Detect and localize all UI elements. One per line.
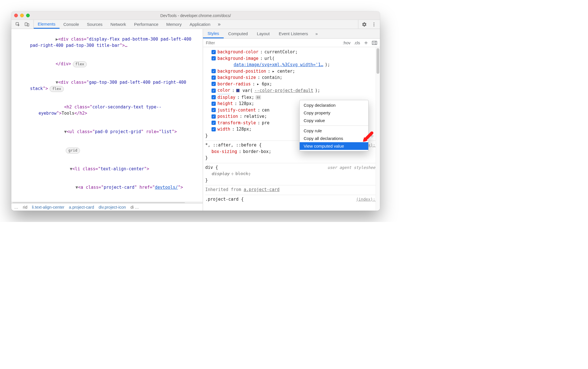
style-declaration[interactable]: background-image: url( bbox=[205, 55, 378, 62]
style-declaration[interactable]: background-position: ▸ center; bbox=[205, 68, 378, 75]
tab-performance[interactable]: Performance bbox=[130, 20, 162, 29]
subtab-computed[interactable]: Computed bbox=[224, 29, 252, 38]
style-declaration[interactable]: border-radius: ▸ 6px; bbox=[205, 81, 378, 87]
dom-row[interactable]: ▶<div class="display-flex pad-bottom-300… bbox=[13, 30, 201, 55]
tab-sources[interactable]: Sources bbox=[83, 20, 107, 29]
elements-pane: ▶<div class="display-flex pad-bottom-300… bbox=[11, 29, 203, 211]
menu-copy-rule[interactable]: Copy rule bbox=[300, 127, 368, 135]
decl-checkbox[interactable] bbox=[211, 50, 216, 54]
styles-scroll[interactable]: background-color: currentColor; backgrou… bbox=[203, 47, 380, 211]
dom-row[interactable]: <h2 class="color-secondary-text type--ey… bbox=[13, 98, 201, 123]
svg-rect-6 bbox=[372, 41, 377, 45]
close-window-button[interactable] bbox=[14, 14, 18, 17]
tab-network[interactable]: Network bbox=[107, 20, 130, 29]
style-declaration-overridden[interactable]: display: block; bbox=[205, 171, 378, 177]
decl-checkbox[interactable] bbox=[211, 102, 216, 106]
tab-application[interactable]: Application bbox=[186, 20, 214, 29]
breadcrumb-item[interactable]: rid bbox=[23, 205, 28, 209]
cls-toggle[interactable]: .cls bbox=[354, 41, 360, 45]
styles-filter-input[interactable] bbox=[203, 41, 340, 45]
decl-checkbox[interactable] bbox=[211, 82, 216, 86]
menu-copy-all-declarations[interactable]: Copy all declarations bbox=[300, 135, 368, 142]
flex-badge[interactable]: flex bbox=[73, 61, 87, 67]
breadcrumb-item[interactable]: li.text-align-center bbox=[32, 205, 64, 209]
rule-origin[interactable]: (index):1 bbox=[356, 196, 378, 202]
tab-elements[interactable]: Elements bbox=[34, 20, 60, 29]
tab-memory[interactable]: Memory bbox=[162, 20, 186, 29]
decl-checkbox[interactable] bbox=[211, 69, 216, 73]
minimize-window-button[interactable] bbox=[20, 14, 24, 17]
toolbar-left bbox=[11, 20, 34, 29]
dom-row[interactable]: ▼<a class="project-card" href="devtools/… bbox=[13, 178, 201, 197]
inherited-separator: Inherited from a.project-card bbox=[205, 185, 378, 193]
breadcrumb-item[interactable]: div.project-icon bbox=[99, 205, 126, 209]
rule-selector[interactable]: *, ::after, ::before { bbox=[205, 142, 262, 148]
dom-row[interactable]: ▼<div class="project-icon">flex bbox=[13, 197, 201, 202]
decl-checkbox[interactable] bbox=[211, 127, 216, 131]
style-declaration[interactable]: background-color: currentColor; bbox=[205, 49, 378, 55]
menu-copy-value[interactable]: Copy value bbox=[300, 117, 368, 124]
inherited-from-link[interactable]: a.project-card bbox=[244, 187, 279, 192]
workspace: ▶<div class="display-flex pad-bottom-300… bbox=[11, 29, 380, 211]
style-declaration-url[interactable]: data:image/svg+xml,%3Csvg width='1… ); bbox=[205, 62, 378, 68]
tabs-overflow[interactable]: » bbox=[214, 20, 224, 29]
dom-tree[interactable]: ▶<div class="display-flex pad-bottom-300… bbox=[11, 29, 203, 202]
add-declaration-icon[interactable]: + bbox=[369, 133, 375, 139]
breadcrumb-item[interactable]: di … bbox=[130, 205, 139, 209]
horizontal-scrollbar[interactable] bbox=[11, 202, 203, 204]
color-swatch[interactable] bbox=[236, 89, 240, 92]
toggle-device-icon[interactable] bbox=[24, 22, 29, 27]
decl-checkbox[interactable] bbox=[211, 89, 216, 93]
breadcrumb-item[interactable]: a.project-card bbox=[69, 205, 94, 209]
rule-brace: } bbox=[205, 177, 378, 184]
decl-checkbox[interactable] bbox=[211, 121, 216, 125]
window-titlebar: DevTools - developer.chrome.com/docs/ bbox=[11, 11, 380, 20]
dom-row[interactable]: ▼<div class="gap-top-300 pad-left-400 pa… bbox=[13, 73, 201, 98]
zoom-window-button[interactable] bbox=[26, 14, 30, 17]
subtabs-overflow[interactable]: » bbox=[313, 29, 321, 38]
rule-brace: } bbox=[205, 155, 378, 161]
style-declaration[interactable]: color: var(--color-project-default); bbox=[205, 87, 378, 94]
styles-pane: Styles Computed Layout Event Listeners »… bbox=[203, 29, 380, 211]
styles-filter-tools: :hov .cls bbox=[340, 40, 380, 45]
select-element-icon[interactable] bbox=[15, 22, 20, 27]
more-icon[interactable] bbox=[371, 22, 377, 27]
rule-selector[interactable]: .project-card { bbox=[205, 196, 244, 203]
style-declaration[interactable]: background-size: contain; bbox=[205, 74, 378, 81]
decl-checkbox[interactable] bbox=[211, 114, 216, 119]
decl-checkbox[interactable] bbox=[211, 95, 216, 99]
dom-row[interactable]: ▼<li class="text-align-center"> bbox=[13, 160, 201, 178]
menu-copy-declaration[interactable]: Copy declaration bbox=[300, 101, 368, 109]
dom-row[interactable]: </div>flex bbox=[13, 55, 201, 73]
menu-divider bbox=[300, 125, 368, 126]
decl-checkbox[interactable] bbox=[211, 76, 216, 80]
style-declaration[interactable]: display: flex; bbox=[205, 94, 378, 101]
hov-toggle[interactable]: :hov bbox=[343, 41, 350, 45]
settings-icon[interactable] bbox=[362, 22, 367, 27]
decl-checkbox[interactable] bbox=[211, 108, 216, 112]
rule-selector[interactable]: div { bbox=[205, 164, 218, 171]
flex-badge[interactable]: flex bbox=[50, 86, 64, 92]
menu-copy-property[interactable]: Copy property bbox=[300, 109, 368, 117]
flexbox-editor-icon[interactable] bbox=[256, 95, 261, 99]
menu-view-computed-value[interactable]: View computed value bbox=[300, 142, 368, 150]
devtools-window: DevTools - developer.chrome.com/docs/ El… bbox=[11, 11, 380, 211]
tab-console[interactable]: Console bbox=[60, 20, 83, 29]
svg-rect-2 bbox=[28, 24, 29, 26]
decl-checkbox[interactable] bbox=[211, 56, 216, 60]
dom-row[interactable]: ▼<ul class="pad-0 project-grid" role="li… bbox=[13, 123, 201, 141]
subtab-styles[interactable]: Styles bbox=[203, 29, 224, 38]
subtab-event-listeners[interactable]: Event Listeners bbox=[274, 29, 312, 38]
svg-point-3 bbox=[374, 22, 375, 23]
new-style-rule-icon[interactable] bbox=[363, 40, 369, 45]
vertical-scrollbar[interactable] bbox=[376, 47, 380, 211]
rule-origin-ua: user agent stylesheet bbox=[327, 165, 378, 171]
styles-subtabs: Styles Computed Layout Event Listeners » bbox=[203, 29, 380, 39]
dom-row[interactable]: grid bbox=[13, 141, 201, 160]
breadcrumb-ellipsis[interactable]: … bbox=[14, 205, 18, 209]
toggle-sidebar-icon[interactable] bbox=[372, 40, 377, 45]
grid-badge[interactable]: grid bbox=[66, 148, 80, 154]
subtab-layout[interactable]: Layout bbox=[252, 29, 274, 38]
style-rule: div { user agent stylesheet display: blo… bbox=[205, 163, 378, 184]
elements-breadcrumb[interactable]: … rid li.text-align-center a.project-car… bbox=[11, 204, 203, 211]
